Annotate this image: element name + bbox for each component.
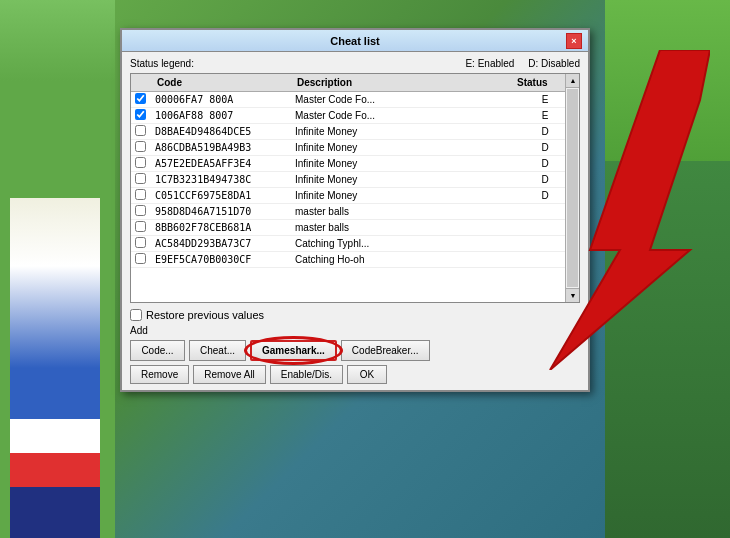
- status-legend-label: Status legend:: [130, 58, 194, 69]
- row-code-10: E9EF5CA70B0030CF: [155, 254, 295, 265]
- cheat-table: Code Description Status 00006FA7 800A Ma…: [130, 73, 580, 303]
- row-checkbox-2[interactable]: [135, 125, 146, 136]
- enabled-label: E: Enabled: [465, 58, 514, 69]
- row-code-4: A57E2EDEA5AFF3E4: [155, 158, 295, 169]
- row-desc-5: Infinite Money: [295, 174, 515, 185]
- add-label: Add: [130, 325, 148, 336]
- status-legend-values: E: Enabled D: Disabled: [465, 58, 580, 69]
- character-left: [0, 0, 115, 538]
- enable-disable-button[interactable]: Enable/Dis.: [270, 365, 343, 384]
- table-row[interactable]: D8BAE4D94864DCE5 Infinite Money D: [131, 124, 579, 140]
- add-buttons-row: Code... Cheat... Gameshark... CodeBreake…: [130, 340, 580, 361]
- header-code: Code: [155, 76, 295, 89]
- header-description: Description: [295, 76, 515, 89]
- remove-all-button[interactable]: Remove All: [193, 365, 266, 384]
- row-checkbox-1[interactable]: [135, 109, 146, 120]
- row-code-5: 1C7B3231B494738C: [155, 174, 295, 185]
- character-sprite: [10, 198, 100, 538]
- cheat-button[interactable]: Cheat...: [189, 340, 246, 361]
- restore-row: Restore previous values: [130, 309, 580, 321]
- row-code-0: 00006FA7 800A: [155, 94, 295, 105]
- scroll-up-arrow[interactable]: ▲: [566, 74, 580, 88]
- ok-button[interactable]: OK: [347, 365, 387, 384]
- restore-label: Restore previous values: [146, 309, 264, 321]
- row-code-8: 8BB602F78CEB681A: [155, 222, 295, 233]
- row-code-7: 958D8D46A7151D70: [155, 206, 295, 217]
- row-checkbox-7[interactable]: [135, 205, 146, 216]
- code-button[interactable]: Code...: [130, 340, 185, 361]
- dialog-body: Status legend: E: Enabled D: Disabled Co…: [122, 52, 588, 390]
- table-row[interactable]: 958D8D46A7151D70 master balls: [131, 204, 579, 220]
- dialog-titlebar: Cheat list ×: [122, 30, 588, 52]
- row-checkbox-4[interactable]: [135, 157, 146, 168]
- table-row[interactable]: 8BB602F78CEB681A master balls: [131, 220, 579, 236]
- row-desc-8: master balls: [295, 222, 515, 233]
- bottom-buttons-row: Remove Remove All Enable/Dis. OK: [130, 365, 580, 384]
- row-desc-7: master balls: [295, 206, 515, 217]
- row-code-2: D8BAE4D94864DCE5: [155, 126, 295, 137]
- row-desc-6: Infinite Money: [295, 190, 515, 201]
- gameshark-button[interactable]: Gameshark...: [250, 340, 337, 361]
- row-desc-2: Infinite Money: [295, 126, 515, 137]
- row-desc-4: Infinite Money: [295, 158, 515, 169]
- status-legend: Status legend: E: Enabled D: Disabled: [130, 58, 580, 69]
- table-rows-container: 00006FA7 800A Master Code Fo... E 1006AF…: [131, 92, 579, 300]
- table-row[interactable]: AC584DD293BA73C7 Catching Typhl...: [131, 236, 579, 252]
- scroll-thumb[interactable]: [567, 89, 578, 287]
- restore-checkbox[interactable]: [130, 309, 142, 321]
- dialog-title: Cheat list: [144, 35, 566, 47]
- row-checkbox-10[interactable]: [135, 253, 146, 264]
- row-code-6: C051CCF6975E8DA1: [155, 190, 295, 201]
- row-code-3: A86CDBA519BA49B3: [155, 142, 295, 153]
- row-desc-0: Master Code Fo...: [295, 94, 515, 105]
- row-code-9: AC584DD293BA73C7: [155, 238, 295, 249]
- row-desc-3: Infinite Money: [295, 142, 515, 153]
- table-row[interactable]: 00006FA7 800A Master Code Fo... E: [131, 92, 579, 108]
- table-row[interactable]: A57E2EDEA5AFF3E4 Infinite Money D: [131, 156, 579, 172]
- close-button[interactable]: ×: [566, 33, 582, 49]
- header-checkbox-col: [135, 76, 155, 89]
- row-checkbox-9[interactable]: [135, 237, 146, 248]
- row-checkbox-5[interactable]: [135, 173, 146, 184]
- add-row: Add: [130, 325, 580, 336]
- remove-button[interactable]: Remove: [130, 365, 189, 384]
- row-checkbox-6[interactable]: [135, 189, 146, 200]
- table-row[interactable]: 1C7B3231B494738C Infinite Money D: [131, 172, 579, 188]
- row-code-1: 1006AF88 8007: [155, 110, 295, 121]
- disabled-label: D: Disabled: [528, 58, 580, 69]
- row-checkbox-8[interactable]: [135, 221, 146, 232]
- table-row[interactable]: A86CDBA519BA49B3 Infinite Money D: [131, 140, 579, 156]
- row-desc-1: Master Code Fo...: [295, 110, 515, 121]
- row-checkbox-0[interactable]: [135, 93, 146, 104]
- table-row[interactable]: 1006AF88 8007 Master Code Fo... E: [131, 108, 579, 124]
- scroll-down-arrow[interactable]: ▼: [566, 288, 580, 302]
- codebreaker-button[interactable]: CodeBreaker...: [341, 340, 430, 361]
- table-row[interactable]: C051CCF6975E8DA1 Infinite Money D: [131, 188, 579, 204]
- table-header: Code Description Status: [131, 74, 579, 92]
- row-desc-9: Catching Typhl...: [295, 238, 515, 249]
- table-row[interactable]: E9EF5CA70B0030CF Catching Ho-oh: [131, 252, 579, 268]
- cheat-list-dialog: Cheat list × Status legend: E: Enabled D…: [120, 28, 590, 392]
- row-desc-10: Catching Ho-oh: [295, 254, 515, 265]
- right-background: [605, 0, 730, 538]
- scrollbar[interactable]: ▲ ▼: [565, 74, 579, 302]
- row-checkbox-3[interactable]: [135, 141, 146, 152]
